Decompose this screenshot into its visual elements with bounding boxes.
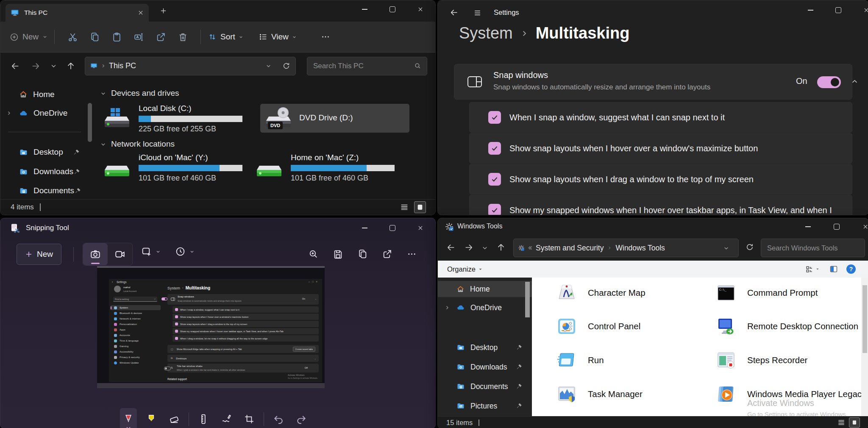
layout-view-icon[interactable]: [805, 265, 813, 273]
eraser-tool[interactable]: [166, 410, 183, 428]
screenshot-mode-button[interactable]: [83, 243, 108, 265]
drive-dvd-d-selected[interactable]: DVD DVD Drive (D:): [260, 104, 409, 133]
content-scrollbar-track[interactable]: [861, 278, 868, 417]
copy-button[interactable]: [353, 245, 372, 263]
snap-option-row[interactable]: Show snap layouts when I hover over a wi…: [469, 133, 852, 164]
expand-chevron-icon[interactable]: [6, 111, 11, 116]
maximize-button[interactable]: [383, 221, 402, 235]
snip-shape-button[interactable]: [141, 246, 161, 257]
tools-sidebar-scrollbar[interactable]: [525, 282, 530, 317]
close-button[interactable]: [411, 221, 430, 235]
address-bar[interactable]: This PC: [85, 57, 296, 75]
minimize-button[interactable]: [355, 221, 374, 235]
drive-home-z[interactable]: Home on 'Mac' (Z:) 101 GB free of 460 GB: [252, 153, 409, 182]
new-tab-icon[interactable]: [160, 7, 167, 14]
sidebar-item-onedrive[interactable]: OneDrive: [3, 105, 86, 122]
up-icon[interactable]: [496, 243, 506, 252]
breadcrumb-parent[interactable]: System and Security: [536, 244, 604, 253]
section-devices-header[interactable]: Devices and drives: [100, 89, 179, 98]
new-button[interactable]: New: [10, 32, 47, 42]
checkbox-checked-icon[interactable]: [488, 142, 501, 155]
thumbnail-view-icon[interactable]: [414, 201, 426, 213]
app-task-manager[interactable]: Task Manager: [556, 384, 643, 404]
maximize-button[interactable]: [829, 3, 848, 17]
snip-preview-image[interactable]: ‹ Settings –□× mahul Local Account Find …: [97, 266, 325, 388]
recent-locations-icon[interactable]: [50, 63, 57, 69]
snap-option-row[interactable]: Show snap layouts when I drag a window t…: [469, 164, 852, 195]
up-icon[interactable]: [66, 61, 75, 71]
tools-sidebar-onedrive[interactable]: OneDrive: [438, 300, 532, 316]
hamburger-menu-icon[interactable]: [473, 9, 481, 17]
tools-sidebar-documents[interactable]: Documents: [438, 378, 532, 395]
address-dropdown-icon[interactable]: [723, 245, 729, 251]
delete-button[interactable]: [172, 28, 194, 46]
address-dropdown-icon[interactable]: [266, 63, 271, 69]
maximize-button[interactable]: [383, 2, 402, 17]
share-button[interactable]: [378, 245, 396, 263]
tools-sidebar-pictures[interactable]: Pictures: [438, 398, 532, 414]
details-view-icon[interactable]: [837, 418, 846, 427]
close-button[interactable]: [857, 3, 868, 17]
checkbox-checked-icon[interactable]: [488, 111, 501, 124]
sidebar-item-desktop[interactable]: Desktop: [3, 144, 86, 161]
share-button[interactable]: [150, 28, 172, 46]
explorer-search-input[interactable]: [307, 62, 414, 70]
refresh-icon[interactable]: [746, 243, 754, 251]
thumbnail-view-icon[interactable]: [849, 417, 860, 428]
app-character-map[interactable]: Character Map: [556, 283, 645, 303]
details-view-icon[interactable]: [400, 203, 409, 212]
redo-button[interactable]: [293, 410, 310, 428]
help-icon[interactable]: ?: [846, 264, 856, 274]
tools-search[interactable]: [761, 239, 865, 257]
app-run[interactable]: Run: [556, 350, 604, 370]
forward-icon[interactable]: [464, 243, 473, 252]
breadcrumb-parent[interactable]: System: [459, 24, 513, 42]
minimize-button[interactable]: [355, 2, 374, 17]
expand-chevron-icon[interactable]: [445, 305, 450, 310]
explorer-search[interactable]: [307, 57, 427, 75]
app-command-prompt[interactable]: C:\_ Command Prompt: [716, 283, 818, 303]
drive-local-disk-c[interactable]: Local Disk (C:) 225 GB free of 255 GB: [100, 104, 250, 133]
minimize-button[interactable]: [798, 220, 818, 234]
back-icon[interactable]: [11, 61, 20, 71]
crop-tool[interactable]: [241, 410, 258, 428]
highlighter-tool[interactable]: [143, 410, 160, 428]
ballpoint-pen-tool[interactable]: [120, 408, 137, 428]
rename-button[interactable]: [128, 28, 150, 46]
tools-sidebar-home[interactable]: Home: [438, 281, 532, 297]
undo-button[interactable]: [270, 410, 287, 428]
back-icon[interactable]: [446, 243, 456, 252]
sidebar-item-downloads[interactable]: Downloads: [3, 163, 86, 180]
paste-button[interactable]: [106, 28, 128, 46]
snip-delay-button[interactable]: [175, 246, 195, 257]
snap-option-row[interactable]: When I snap a window, suggest what I can…: [469, 102, 852, 133]
cut-button[interactable]: [61, 28, 83, 46]
checkbox-checked-icon[interactable]: [488, 204, 501, 215]
close-button[interactable]: [856, 220, 868, 234]
forward-icon[interactable]: [31, 61, 40, 71]
drive-icloud-y[interactable]: iCloud on 'Mac' (Y:) 101 GB free of 460 …: [100, 153, 250, 182]
snap-option-row[interactable]: Show my snapped windows when I hover ove…: [469, 195, 852, 215]
refresh-icon[interactable]: [282, 62, 290, 70]
close-button[interactable]: [411, 2, 430, 17]
snap-windows-toggle[interactable]: [817, 76, 841, 88]
ruler-tool[interactable]: [195, 410, 212, 428]
chevrons-left-icon[interactable]: [528, 245, 533, 250]
app-remote-desktop[interactable]: Remote Desktop Connection: [716, 316, 858, 336]
sidebar-item-documents[interactable]: Documents: [3, 182, 86, 199]
chevron-up-icon[interactable]: [851, 78, 858, 85]
snap-windows-card[interactable]: Snap windows Snap windows to automatical…: [454, 64, 852, 100]
section-network-header[interactable]: Network locations: [100, 139, 175, 149]
zoom-button[interactable]: [304, 245, 323, 263]
recent-locations-icon[interactable]: [482, 245, 488, 251]
maximize-button[interactable]: [827, 220, 846, 234]
sidebar-scrollbar[interactable]: [88, 103, 92, 142]
new-snip-button[interactable]: New: [17, 244, 61, 265]
tools-sidebar-desktop[interactable]: Desktop: [438, 339, 532, 356]
tools-search-input[interactable]: [761, 244, 860, 252]
more-options-icon[interactable]: [402, 245, 421, 263]
copy-button[interactable]: [83, 28, 106, 46]
tools-sidebar-downloads[interactable]: Downloads: [438, 359, 532, 375]
app-steps-recorder[interactable]: Steps Recorder: [716, 350, 807, 370]
more-options-icon[interactable]: [314, 28, 337, 46]
